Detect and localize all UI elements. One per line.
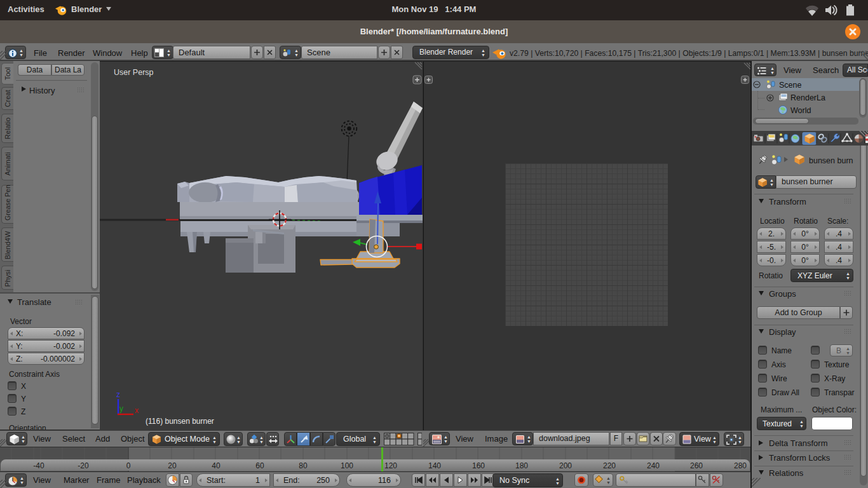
svg-text:(116) bunsen burner: (116) bunsen burner — [146, 417, 214, 426]
svg-text:x: x — [135, 406, 139, 415]
svg-text:y: y — [119, 404, 123, 413]
svg-text:User Persp: User Persp — [114, 68, 154, 77]
svg-text:z: z — [116, 390, 120, 399]
